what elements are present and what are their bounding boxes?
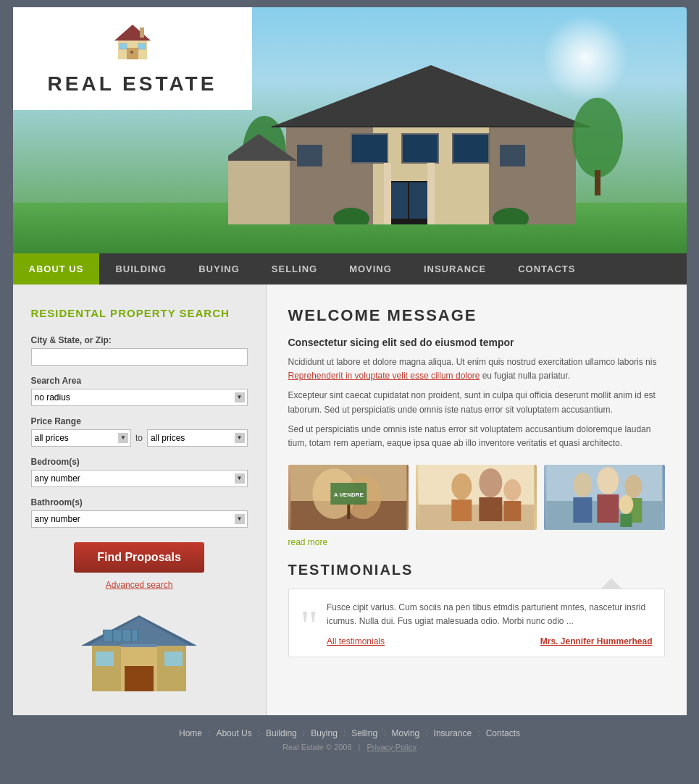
price-to-label: to bbox=[135, 433, 143, 443]
svg-point-56 bbox=[504, 479, 522, 501]
nav-contacts[interactable]: CONTACTS bbox=[502, 253, 591, 284]
testimonial-text: Fusce cipit varius. Cum sociis na pen ti… bbox=[301, 601, 653, 628]
svg-point-27 bbox=[572, 98, 623, 177]
price-from-wrap: all prices ▼ bbox=[31, 429, 132, 447]
bathrooms-select-wrap: any number ▼ bbox=[31, 510, 248, 528]
quote-mark: " bbox=[301, 608, 319, 643]
welcome-subtitle: Consectetur sicing elit sed do eiusmod t… bbox=[288, 337, 665, 348]
testimonial-links: All testimonials Mrs. Jennifer Hummerhea… bbox=[327, 636, 653, 646]
find-proposals-button[interactable]: Find Proposals bbox=[74, 542, 204, 573]
price-range-group: Price Range all prices ▼ to all prices ▼ bbox=[31, 416, 248, 447]
footer-building[interactable]: Building bbox=[260, 728, 303, 738]
svg-rect-6 bbox=[140, 28, 144, 38]
svg-rect-37 bbox=[125, 666, 154, 691]
city-input[interactable] bbox=[31, 348, 248, 366]
welcome-link[interactable]: Reprehenderit in voluptate velit esse ci… bbox=[288, 371, 480, 381]
photo-2 bbox=[416, 465, 537, 530]
testimonial-box: " Fusce cipit varius. Cum sociis na pen … bbox=[288, 589, 665, 657]
svg-rect-65 bbox=[573, 497, 592, 523]
svg-rect-41 bbox=[104, 630, 112, 641]
footer-selling[interactable]: Selling bbox=[346, 728, 383, 738]
svg-rect-43 bbox=[122, 630, 131, 641]
svg-rect-24 bbox=[297, 145, 322, 167]
svg-marker-12 bbox=[272, 65, 590, 127]
svg-rect-17 bbox=[402, 134, 438, 163]
search-area-group: Search Area no radius ▼ bbox=[31, 376, 248, 406]
svg-point-62 bbox=[573, 473, 592, 497]
footer-contacts[interactable]: Contacts bbox=[480, 728, 526, 738]
price-range-label: Price Range bbox=[31, 416, 248, 426]
svg-rect-14 bbox=[228, 159, 290, 224]
search-area-select-wrap: no radius ▼ bbox=[31, 389, 248, 406]
logo-box: REAL ESTATE bbox=[13, 7, 252, 110]
nav-selling[interactable]: SELLING bbox=[256, 253, 333, 284]
svg-point-64 bbox=[624, 475, 642, 498]
all-testimonials-link[interactable]: All testimonials bbox=[327, 636, 385, 646]
svg-rect-3 bbox=[130, 51, 133, 54]
svg-rect-25 bbox=[500, 145, 525, 167]
nav-buying[interactable]: BUYING bbox=[183, 253, 256, 284]
svg-rect-21 bbox=[409, 182, 428, 219]
main-nav: ABOUT US BUILDING BUYING SELLING MOVING … bbox=[13, 253, 687, 284]
svg-rect-69 bbox=[620, 514, 632, 527]
svg-rect-38 bbox=[96, 652, 114, 666]
svg-rect-20 bbox=[389, 182, 408, 219]
svg-rect-59 bbox=[504, 501, 522, 521]
bedrooms-select[interactable]: any number bbox=[31, 470, 248, 487]
bathrooms-select[interactable]: any number bbox=[31, 510, 248, 528]
footer-insurance[interactable]: Insurance bbox=[428, 728, 478, 738]
svg-rect-50 bbox=[347, 505, 350, 519]
price-to-wrap: all prices ▼ bbox=[147, 429, 248, 447]
speech-arrow bbox=[601, 578, 621, 589]
svg-point-54 bbox=[452, 473, 472, 500]
bedrooms-group: Bedroom(s) any number ▼ bbox=[31, 457, 248, 487]
svg-rect-16 bbox=[351, 134, 388, 163]
svg-rect-36 bbox=[121, 644, 157, 647]
testimonials-title: TESTIMONIALS bbox=[288, 562, 665, 578]
privacy-link[interactable]: Privacy Policy bbox=[367, 743, 417, 751]
bedrooms-select-wrap: any number ▼ bbox=[31, 470, 248, 487]
price-from-select[interactable]: all prices bbox=[31, 429, 132, 447]
footer: Home : About Us : Building : Buying : Se… bbox=[0, 715, 699, 759]
content-area: WELCOME MESSAGE Consectetur sicing elit … bbox=[267, 284, 687, 715]
welcome-title: WELCOME MESSAGE bbox=[288, 306, 665, 325]
nav-about-us[interactable]: ABOUT US bbox=[13, 253, 100, 284]
svg-rect-32 bbox=[92, 644, 121, 691]
logo-icon bbox=[28, 20, 238, 67]
svg-rect-4 bbox=[120, 43, 127, 49]
sidebar: RESIDENTAL PROPERTY SEARCH City & State,… bbox=[13, 284, 267, 715]
nav-building[interactable]: BUILDING bbox=[99, 253, 183, 284]
nav-moving[interactable]: MOVING bbox=[333, 253, 408, 284]
svg-rect-39 bbox=[164, 652, 183, 666]
footer-nav: Home : About Us : Building : Buying : Se… bbox=[0, 728, 699, 738]
footer-buying[interactable]: Buying bbox=[305, 728, 343, 738]
bathrooms-label: Bathroom(s) bbox=[31, 497, 248, 507]
read-more-link[interactable]: read more bbox=[288, 537, 665, 547]
svg-text:A VENDRE: A VENDRE bbox=[333, 492, 364, 498]
bathrooms-group: Bathroom(s) any number ▼ bbox=[31, 497, 248, 528]
photo-1: A VENDRE bbox=[288, 465, 409, 530]
city-field-group: City & State, or Zip: bbox=[31, 335, 248, 366]
advanced-search-link[interactable]: Advanced search bbox=[31, 580, 248, 590]
welcome-p3: Sed ut perspiciatis unde omnis iste natu… bbox=[288, 423, 665, 450]
footer-about[interactable]: About Us bbox=[210, 728, 257, 738]
svg-rect-57 bbox=[452, 500, 472, 521]
city-label: City & State, or Zip: bbox=[31, 335, 248, 345]
svg-point-55 bbox=[480, 468, 503, 497]
svg-rect-28 bbox=[595, 170, 600, 195]
footer-home[interactable]: Home bbox=[173, 728, 208, 738]
search-area-label: Search Area bbox=[31, 376, 248, 386]
price-to-select[interactable]: all prices bbox=[147, 429, 248, 447]
welcome-p1: Ncididunt ut labore et dolore magna aliq… bbox=[288, 355, 665, 383]
svg-rect-18 bbox=[453, 134, 489, 163]
footer-moving[interactable]: Moving bbox=[386, 728, 426, 738]
footer-copy: Real Estate © 2008 | Privacy Policy bbox=[0, 743, 699, 751]
photo-3 bbox=[544, 465, 665, 530]
search-area-select[interactable]: no radius bbox=[31, 389, 248, 406]
testimonial-author[interactable]: Mrs. Jennifer Hummerhead bbox=[540, 636, 653, 646]
nav-insurance[interactable]: INSURANCE bbox=[408, 253, 502, 284]
svg-rect-44 bbox=[132, 630, 138, 641]
svg-rect-5 bbox=[138, 43, 146, 49]
house-illustration bbox=[31, 604, 248, 701]
svg-rect-33 bbox=[157, 644, 186, 691]
